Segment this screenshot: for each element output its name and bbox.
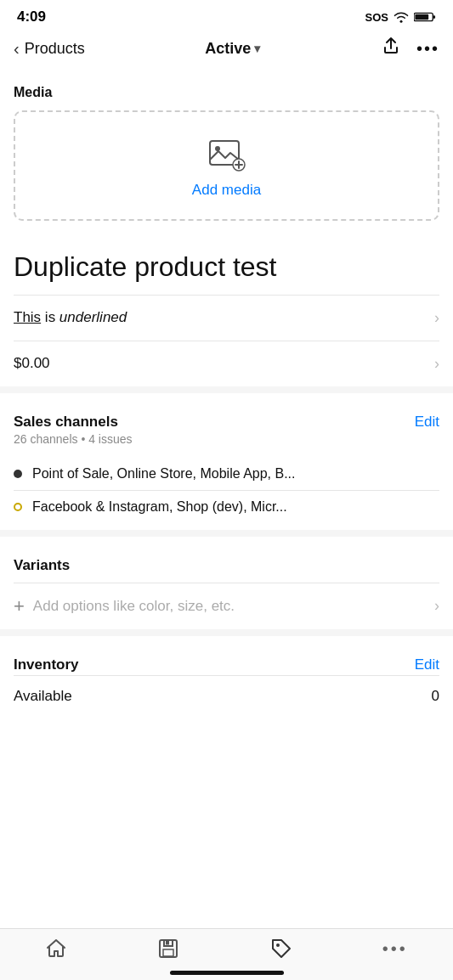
sos-label: SOS (365, 11, 388, 24)
add-media-label[interactable]: Add media (192, 182, 261, 199)
inventory-title: Inventory (14, 656, 79, 673)
inventory-section: Inventory Edit Available 0 (0, 643, 453, 785)
tab-more[interactable]: ••• (382, 939, 408, 959)
save-icon (157, 938, 179, 960)
tab-more-icon: ••• (382, 939, 408, 959)
tab-tag[interactable] (270, 938, 292, 960)
status-time: 4:09 (17, 8, 46, 25)
inventory-edit-button[interactable]: Edit (415, 656, 439, 673)
add-option-row[interactable]: + Add options like color, size, etc. › (14, 583, 439, 629)
more-button[interactable]: ••• (416, 39, 439, 59)
channel-1-text: Point of Sale, Online Store, Mobile App,… (32, 466, 296, 482)
add-option-text: Add options like color, size, etc. (33, 598, 235, 615)
price-chevron: › (434, 355, 439, 373)
description-text: This is underlined (14, 309, 127, 325)
back-button[interactable]: ‹ Products (14, 39, 85, 59)
status-dropdown[interactable]: Active ▾ (205, 40, 260, 58)
tab-save[interactable] (157, 938, 179, 960)
svg-point-4 (215, 146, 220, 151)
svg-point-8 (276, 943, 280, 947)
wifi-icon (394, 11, 409, 23)
top-nav: ‹ Products Active ▾ ••• (0, 31, 453, 70)
channel-2-text: Facebook & Instagram, Shop (dev), Micr..… (32, 499, 287, 515)
media-section-label: Media (14, 85, 439, 100)
chevron-right-icon: › (434, 309, 439, 327)
channel-row-2: Facebook & Instagram, Shop (dev), Micr..… (14, 491, 439, 523)
variants-title: Variants (14, 557, 70, 574)
more-icon: ••• (416, 39, 439, 58)
section-divider-3 (0, 629, 453, 636)
inventory-available-label: Available (14, 688, 72, 705)
sales-channels-section: Sales channels Edit 26 channels • 4 issu… (0, 400, 453, 530)
nav-actions: ••• (381, 36, 439, 61)
chevron-down-icon: ▾ (254, 42, 260, 55)
status-label: Active (205, 40, 251, 58)
price-chevron-icon: › (434, 355, 439, 373)
share-button[interactable] (381, 36, 401, 61)
add-media-icon (208, 136, 246, 173)
back-label: Products (25, 40, 85, 58)
tab-bar: ••• (0, 928, 453, 980)
tag-icon (270, 938, 292, 960)
description-row[interactable]: This is underlined › (0, 296, 453, 341)
section-divider-1 (0, 386, 453, 393)
section-divider-2 (0, 530, 453, 537)
sales-channels-edit-button[interactable]: Edit (415, 414, 439, 431)
battery-icon (414, 11, 436, 23)
description-chevron: › (434, 309, 439, 327)
status-icons: SOS (365, 11, 436, 24)
channel-row-1: Point of Sale, Online Store, Mobile App,… (14, 458, 439, 490)
variants-section: Variants + Add options like color, size,… (0, 544, 453, 629)
svg-rect-2 (415, 14, 428, 20)
sales-channels-subtitle: 26 channels • 4 issues (14, 432, 439, 446)
svg-rect-1 (433, 15, 435, 19)
home-icon (45, 938, 67, 960)
tab-home[interactable] (45, 938, 67, 960)
price-value: $0.00 (14, 355, 50, 371)
plus-icon: + (14, 595, 25, 617)
inventory-available-value: 0 (432, 688, 439, 705)
sales-channels-title: Sales channels (14, 414, 118, 431)
share-icon (381, 36, 401, 56)
channel-dot-active (14, 470, 22, 478)
variants-chevron-icon: › (434, 597, 439, 615)
svg-rect-7 (166, 941, 169, 945)
media-upload-box[interactable]: Add media (14, 110, 439, 221)
price-row[interactable]: $0.00 › (0, 341, 453, 386)
inventory-available-row: Available 0 (14, 675, 439, 717)
status-bar: 4:09 SOS (0, 0, 453, 31)
product-title-section: Duplicate product test (0, 233, 453, 295)
home-indicator (170, 971, 284, 975)
channel-dot-issues (14, 503, 22, 511)
back-chevron-icon: ‹ (14, 39, 20, 59)
media-section: Media Add media (0, 70, 453, 233)
product-title[interactable]: Duplicate product test (14, 251, 439, 283)
